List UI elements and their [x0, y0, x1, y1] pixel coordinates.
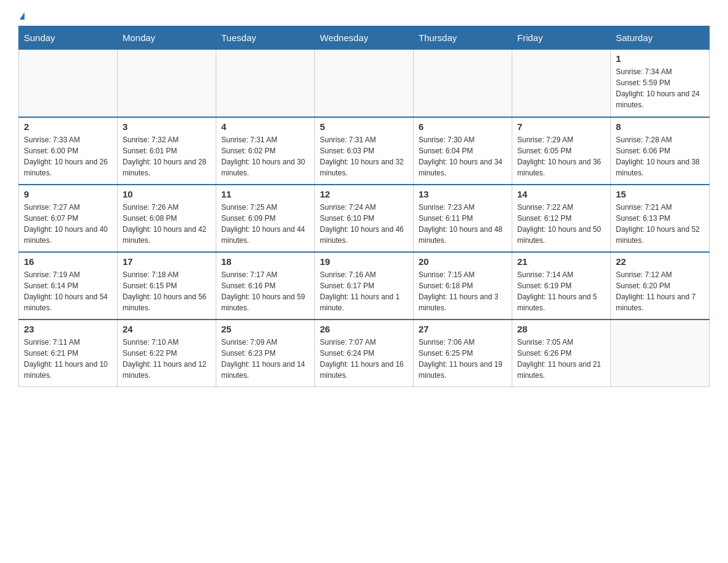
calendar-header-row: SundayMondayTuesdayWednesdayThursdayFrid…: [19, 26, 710, 50]
calendar-week-3: 9Sunrise: 7:27 AMSunset: 6:07 PMDaylight…: [19, 185, 710, 252]
day-info: Sunrise: 7:31 AMSunset: 6:03 PMDaylight:…: [320, 134, 408, 178]
day-header-friday: Friday: [512, 26, 611, 50]
calendar-cell: 26Sunrise: 7:07 AMSunset: 6:24 PMDayligh…: [315, 320, 414, 387]
day-header-tuesday: Tuesday: [216, 26, 315, 50]
day-info: Sunrise: 7:22 AMSunset: 6:12 PMDaylight:…: [517, 202, 605, 246]
logo: [18, 12, 25, 20]
day-info: Sunrise: 7:33 AMSunset: 6:00 PMDaylight:…: [24, 134, 112, 178]
calendar-cell: 24Sunrise: 7:10 AMSunset: 6:22 PMDayligh…: [118, 320, 216, 387]
day-info: Sunrise: 7:05 AMSunset: 6:26 PMDaylight:…: [517, 337, 605, 381]
day-info: Sunrise: 7:21 AMSunset: 6:13 PMDaylight:…: [616, 202, 704, 246]
calendar-cell: 9Sunrise: 7:27 AMSunset: 6:07 PMDaylight…: [19, 185, 118, 252]
day-info: Sunrise: 7:31 AMSunset: 6:02 PMDaylight:…: [221, 134, 309, 178]
calendar-cell: 7Sunrise: 7:29 AMSunset: 6:05 PMDaylight…: [512, 117, 611, 185]
calendar-week-5: 23Sunrise: 7:11 AMSunset: 6:21 PMDayligh…: [19, 320, 710, 387]
day-header-thursday: Thursday: [414, 26, 512, 50]
day-number: 24: [123, 324, 211, 334]
day-number: 7: [517, 121, 605, 132]
calendar-cell: 18Sunrise: 7:17 AMSunset: 6:16 PMDayligh…: [216, 252, 315, 320]
day-info: Sunrise: 7:12 AMSunset: 6:20 PMDaylight:…: [616, 269, 704, 313]
day-number: 27: [419, 324, 507, 334]
calendar-cell: 16Sunrise: 7:19 AMSunset: 6:14 PMDayligh…: [19, 252, 118, 320]
day-number: 2: [24, 121, 112, 132]
day-info: Sunrise: 7:06 AMSunset: 6:25 PMDaylight:…: [419, 337, 507, 381]
day-number: 9: [24, 189, 112, 199]
calendar-cell: 4Sunrise: 7:31 AMSunset: 6:02 PMDaylight…: [216, 117, 315, 185]
calendar-cell: 3Sunrise: 7:32 AMSunset: 6:01 PMDaylight…: [118, 117, 216, 185]
day-number: 20: [419, 256, 507, 267]
day-info: Sunrise: 7:32 AMSunset: 6:01 PMDaylight:…: [123, 134, 211, 178]
calendar-cell: 11Sunrise: 7:25 AMSunset: 6:09 PMDayligh…: [216, 185, 315, 252]
day-header-saturday: Saturday: [611, 26, 710, 50]
calendar-cell: 13Sunrise: 7:23 AMSunset: 6:11 PMDayligh…: [414, 185, 512, 252]
day-number: 6: [419, 121, 507, 132]
day-number: 5: [320, 121, 408, 132]
calendar-cell: 21Sunrise: 7:14 AMSunset: 6:19 PMDayligh…: [512, 252, 611, 320]
day-number: 18: [221, 256, 309, 267]
calendar-cell: 14Sunrise: 7:22 AMSunset: 6:12 PMDayligh…: [512, 185, 611, 252]
day-header-sunday: Sunday: [19, 26, 118, 50]
day-info: Sunrise: 7:10 AMSunset: 6:22 PMDaylight:…: [123, 337, 211, 381]
day-info: Sunrise: 7:09 AMSunset: 6:23 PMDaylight:…: [221, 337, 309, 381]
day-info: Sunrise: 7:24 AMSunset: 6:10 PMDaylight:…: [320, 202, 408, 246]
calendar-cell: [611, 320, 710, 387]
day-info: Sunrise: 7:11 AMSunset: 6:21 PMDaylight:…: [24, 337, 112, 381]
logo-triangle-icon: [20, 12, 25, 20]
day-number: 12: [320, 189, 408, 199]
calendar-cell: 25Sunrise: 7:09 AMSunset: 6:23 PMDayligh…: [216, 320, 315, 387]
day-header-monday: Monday: [118, 26, 216, 50]
day-number: 26: [320, 324, 408, 334]
calendar-cell: [315, 50, 414, 117]
day-number: 22: [616, 256, 704, 267]
day-info: Sunrise: 7:30 AMSunset: 6:04 PMDaylight:…: [419, 134, 507, 178]
calendar-table: SundayMondayTuesdayWednesdayThursdayFrid…: [18, 26, 710, 387]
day-number: 16: [24, 256, 112, 267]
day-number: 23: [24, 324, 112, 334]
day-info: Sunrise: 7:25 AMSunset: 6:09 PMDaylight:…: [221, 202, 309, 246]
calendar-cell: [19, 50, 118, 117]
calendar-cell: [118, 50, 216, 117]
calendar-cell: [216, 50, 315, 117]
calendar-cell: 8Sunrise: 7:28 AMSunset: 6:06 PMDaylight…: [611, 117, 710, 185]
day-header-wednesday: Wednesday: [315, 26, 414, 50]
calendar-cell: 20Sunrise: 7:15 AMSunset: 6:18 PMDayligh…: [414, 252, 512, 320]
day-number: 1: [616, 53, 704, 64]
day-info: Sunrise: 7:07 AMSunset: 6:24 PMDaylight:…: [320, 337, 408, 381]
day-number: 15: [616, 189, 704, 199]
day-info: Sunrise: 7:27 AMSunset: 6:07 PMDaylight:…: [24, 202, 112, 246]
day-info: Sunrise: 7:19 AMSunset: 6:14 PMDaylight:…: [24, 269, 112, 313]
calendar-cell: 5Sunrise: 7:31 AMSunset: 6:03 PMDaylight…: [315, 117, 414, 185]
day-info: Sunrise: 7:28 AMSunset: 6:06 PMDaylight:…: [616, 134, 704, 178]
day-info: Sunrise: 7:34 AMSunset: 5:59 PMDaylight:…: [616, 66, 704, 110]
day-number: 3: [123, 121, 211, 132]
day-number: 13: [419, 189, 507, 199]
day-info: Sunrise: 7:14 AMSunset: 6:19 PMDaylight:…: [517, 269, 605, 313]
calendar-cell: [512, 50, 611, 117]
calendar-cell: 12Sunrise: 7:24 AMSunset: 6:10 PMDayligh…: [315, 185, 414, 252]
calendar-cell: 17Sunrise: 7:18 AMSunset: 6:15 PMDayligh…: [118, 252, 216, 320]
day-number: 10: [123, 189, 211, 199]
calendar-cell: 28Sunrise: 7:05 AMSunset: 6:26 PMDayligh…: [512, 320, 611, 387]
day-info: Sunrise: 7:15 AMSunset: 6:18 PMDaylight:…: [419, 269, 507, 313]
calendar-cell: 6Sunrise: 7:30 AMSunset: 6:04 PMDaylight…: [414, 117, 512, 185]
day-number: 25: [221, 324, 309, 334]
calendar-cell: 19Sunrise: 7:16 AMSunset: 6:17 PMDayligh…: [315, 252, 414, 320]
day-info: Sunrise: 7:17 AMSunset: 6:16 PMDaylight:…: [221, 269, 309, 313]
calendar-cell: 22Sunrise: 7:12 AMSunset: 6:20 PMDayligh…: [611, 252, 710, 320]
day-number: 17: [123, 256, 211, 267]
day-number: 8: [616, 121, 704, 132]
calendar-week-1: 1Sunrise: 7:34 AMSunset: 5:59 PMDaylight…: [19, 50, 710, 117]
day-number: 21: [517, 256, 605, 267]
day-info: Sunrise: 7:16 AMSunset: 6:17 PMDaylight:…: [320, 269, 408, 313]
calendar-cell: 10Sunrise: 7:26 AMSunset: 6:08 PMDayligh…: [118, 185, 216, 252]
day-info: Sunrise: 7:29 AMSunset: 6:05 PMDaylight:…: [517, 134, 605, 178]
day-number: 28: [517, 324, 605, 334]
calendar-cell: [414, 50, 512, 117]
day-number: 4: [221, 121, 309, 132]
calendar-week-4: 16Sunrise: 7:19 AMSunset: 6:14 PMDayligh…: [19, 252, 710, 320]
day-info: Sunrise: 7:18 AMSunset: 6:15 PMDaylight:…: [123, 269, 211, 313]
calendar-cell: 15Sunrise: 7:21 AMSunset: 6:13 PMDayligh…: [611, 185, 710, 252]
day-info: Sunrise: 7:26 AMSunset: 6:08 PMDaylight:…: [123, 202, 211, 246]
day-info: Sunrise: 7:23 AMSunset: 6:11 PMDaylight:…: [419, 202, 507, 246]
day-number: 19: [320, 256, 408, 267]
